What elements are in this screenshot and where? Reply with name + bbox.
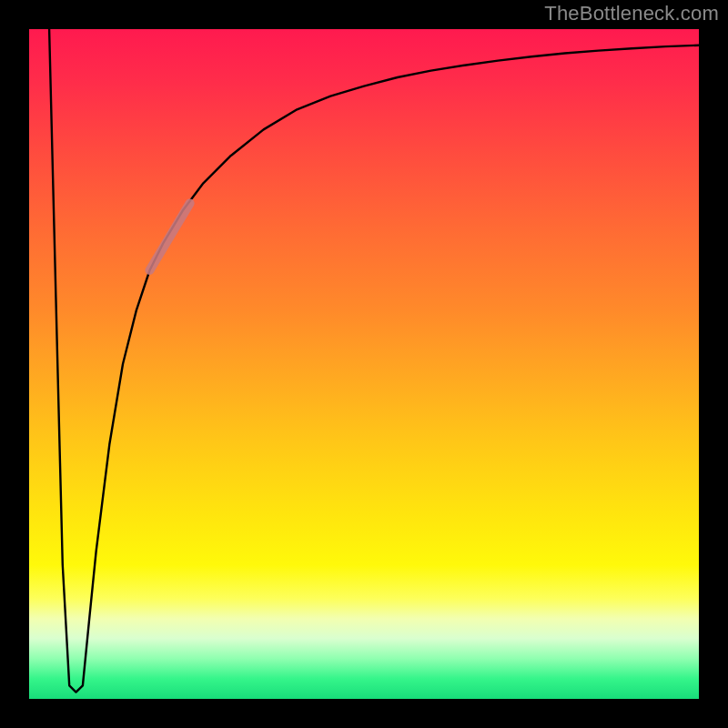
plot-area bbox=[29, 29, 699, 699]
bottleneck-curve-path bbox=[49, 29, 699, 693]
watermark-text: TheBottleneck.com bbox=[544, 2, 719, 25]
chart-frame: TheBottleneck.com bbox=[0, 0, 728, 728]
highlight-segment bbox=[150, 203, 190, 270]
curve-svg bbox=[29, 29, 699, 699]
